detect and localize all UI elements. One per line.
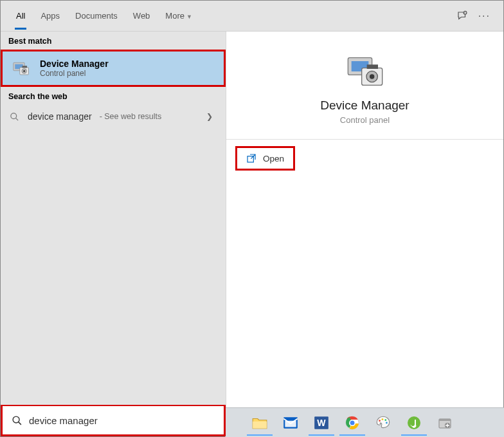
result-title: Device Manager [40, 59, 109, 69]
tab-web[interactable]: Web [125, 2, 158, 30]
tab-all[interactable]: All [8, 2, 33, 30]
svg-rect-32 [439, 419, 451, 421]
taskbar: W [225, 407, 504, 437]
web-search-result[interactable]: device manager - See web results ❯ [1, 105, 226, 128]
search-icon [10, 112, 20, 122]
web-suffix-text: - See web results [100, 112, 162, 121]
svg-point-15 [369, 74, 374, 79]
feedback-icon[interactable] [456, 10, 468, 22]
more-options-icon[interactable]: ··· [478, 10, 491, 22]
svg-line-10 [19, 422, 21, 424]
search-icon [12, 415, 22, 426]
taskbar-paint[interactable] [368, 410, 399, 436]
tab-more[interactable]: More▼ [158, 2, 200, 30]
search-input-wrapper [1, 405, 226, 436]
search-input[interactable] [29, 415, 215, 426]
svg-line-8 [15, 118, 18, 120]
web-query-text: device manager [28, 111, 92, 122]
svg-rect-18 [253, 421, 267, 428]
svg-point-27 [382, 418, 384, 420]
device-manager-icon [10, 58, 31, 79]
filter-tabs: All Apps Documents Web More▼ ··· [1, 1, 503, 32]
open-action[interactable]: Open [235, 146, 295, 171]
svg-text:W: W [317, 418, 326, 428]
chevron-down-icon: ▼ [186, 14, 192, 20]
svg-point-9 [13, 416, 19, 423]
tab-documents[interactable]: Documents [68, 2, 125, 30]
preview-panel: Device Manager Control panel Open [226, 32, 503, 436]
svg-point-29 [386, 422, 388, 423]
svg-point-26 [379, 420, 381, 422]
svg-rect-6 [22, 66, 28, 68]
taskbar-word[interactable]: W [306, 410, 337, 436]
taskbar-mail[interactable] [275, 410, 306, 436]
taskbar-app-generic[interactable] [429, 410, 460, 436]
svg-rect-20 [285, 420, 296, 427]
preview-subtitle: Control panel [340, 115, 390, 125]
result-subtitle: Control panel [40, 69, 109, 78]
svg-rect-16 [366, 64, 377, 69]
open-label: Open [263, 154, 284, 163]
svg-point-0 [464, 11, 467, 14]
best-match-heading: Best match [1, 32, 226, 50]
chevron-right-icon: ❯ [206, 112, 217, 121]
results-panel: Best match Device Manager Control panel [1, 32, 226, 436]
taskbar-chrome[interactable] [337, 410, 368, 436]
device-manager-large-icon [345, 51, 386, 92]
best-match-result[interactable]: Device Manager Control panel [1, 50, 226, 87]
tab-apps[interactable]: Apps [33, 2, 68, 30]
svg-point-7 [11, 113, 17, 118]
svg-point-28 [384, 419, 386, 421]
search-web-heading: Search the web [1, 87, 226, 105]
taskbar-file-explorer[interactable] [244, 410, 275, 436]
taskbar-utorrent[interactable] [399, 410, 429, 436]
open-icon [246, 153, 256, 163]
svg-point-5 [23, 70, 25, 72]
preview-title: Device Manager [320, 98, 409, 113]
